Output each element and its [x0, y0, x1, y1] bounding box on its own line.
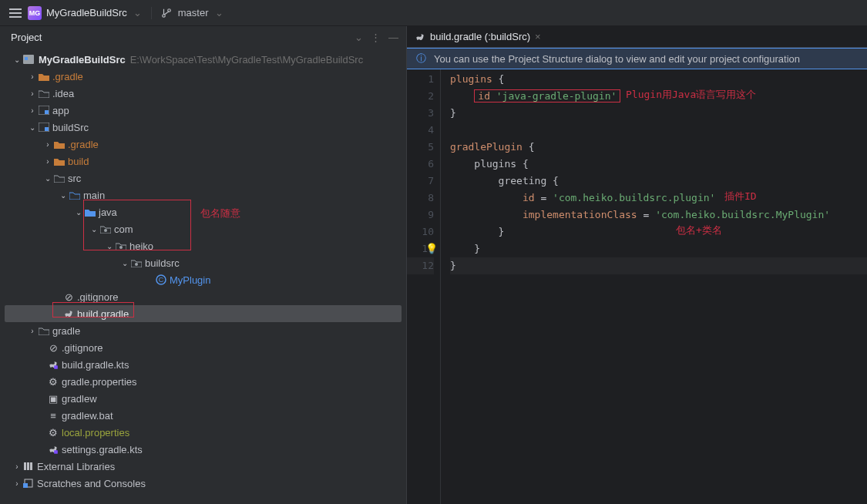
svg-rect-11 [54, 365, 58, 369]
project-badge: MG [28, 6, 42, 20]
tree-item[interactable]: › app [0, 102, 406, 119]
tree-label: src [68, 173, 81, 184]
ignore-icon: ⊘ [46, 342, 60, 354]
tree-item[interactable]: ⌄ heiko [0, 237, 406, 254]
tree-item[interactable]: ⌄ buildsrc [0, 254, 406, 271]
branch-icon [161, 8, 172, 18]
tree-item[interactable]: › ⊘ .gitignore [0, 339, 406, 356]
tree-label: gradlew.bat [62, 410, 113, 422]
hide-icon[interactable]: — [388, 32, 398, 43]
folder-icon [37, 72, 51, 81]
bulb-icon[interactable]: 💡 [425, 240, 438, 257]
main-menu-button[interactable] [9, 8, 22, 18]
tree-label: app [52, 105, 69, 116]
chevron-right-icon[interactable]: › [12, 479, 22, 488]
svg-rect-14 [27, 462, 29, 470]
chevron-down-icon[interactable]: ⌄ [133, 7, 142, 18]
chevron-down-icon[interactable]: ⌄ [59, 191, 68, 200]
tree-item[interactable]: › ≡ gradlew.bat [0, 407, 406, 424]
panel-title: Project [11, 32, 42, 43]
chevron-right-icon[interactable]: › [43, 140, 52, 149]
tree-item[interactable]: › build.gradle.kts [0, 356, 406, 373]
tree-item[interactable]: › Scratches and Consoles [0, 475, 406, 492]
branch-name[interactable]: master [178, 7, 209, 18]
gradle-kts-icon [46, 444, 60, 455]
chevron-right-icon[interactable]: › [12, 462, 22, 471]
tree-item[interactable]: › ▣ gradlew [0, 390, 406, 407]
chevron-right-icon[interactable]: › [43, 157, 52, 166]
banner-text: You can use the Project Structure dialog… [434, 53, 800, 65]
chevron-down-icon[interactable]: ⌄ [355, 32, 363, 43]
chevron-right-icon[interactable]: › [28, 89, 37, 98]
chevron-right-icon[interactable]: › [28, 106, 37, 115]
info-banner[interactable]: ⓘ You can use the Project Structure dial… [407, 48, 867, 69]
chevron-down-icon[interactable]: ⌄ [215, 7, 223, 18]
tree-label: MyPlugin [170, 274, 210, 286]
file-icon: ≡ [46, 410, 60, 422]
tree-label: build [68, 156, 89, 167]
project-icon [22, 55, 35, 64]
chevron-down-icon[interactable]: ⌄ [12, 55, 22, 64]
chevron-right-icon[interactable]: › [28, 72, 37, 81]
chevron-down-icon[interactable]: ⌄ [120, 259, 129, 267]
annotation-box [52, 302, 134, 318]
code-area[interactable]: plugins { id 'java-gradle-plugin' } grad… [441, 69, 867, 504]
tree-label: .idea [52, 88, 74, 99]
tree-root[interactable]: ⌄ MyGradleBuildSrc E:\WorkSpace\Test\MyG… [0, 51, 406, 68]
chevron-right-icon[interactable]: › [28, 327, 37, 335]
tree-path: E:\WorkSpace\Test\MyGradleTest\MyGradleB… [130, 54, 363, 66]
svg-rect-17 [23, 483, 28, 488]
tree-item[interactable]: › settings.gradle.kts [0, 441, 406, 458]
tree-label: .gitignore [77, 291, 118, 303]
tree-item[interactable]: › C MyPlugin [0, 271, 406, 288]
tree-item[interactable]: › .idea [0, 85, 406, 102]
tree-item[interactable]: ⌄ main [0, 186, 406, 203]
tab-label: build.gradle (:buildSrc) [430, 31, 530, 42]
tree-label: .gitignore [62, 342, 102, 354]
tree-item[interactable]: ⌄ com [0, 220, 406, 237]
tree-label: gradle [52, 325, 80, 337]
tree-label: Scratches and Consoles [37, 478, 146, 489]
editor-tab[interactable]: build.gradle (:buildSrc) × [415, 31, 541, 42]
annotation-text: Plugin用Java语言写用这个 [626, 88, 756, 102]
topbar: MG MyGradleBuildSrc ⌄ master ⌄ [0, 0, 867, 26]
folder-icon [37, 89, 51, 98]
tree-label: .gradle [68, 139, 99, 150]
chevron-down-icon[interactable]: ⌄ [28, 123, 37, 132]
terminal-icon: ▣ [46, 393, 60, 405]
chevron-down-icon[interactable]: ⌄ [43, 174, 52, 183]
svg-rect-15 [30, 462, 32, 470]
annotation-text: 包名随意 [200, 207, 240, 220]
tree-item[interactable]: ⌄ buildSrc [0, 119, 406, 136]
tree-label: settings.gradle.kts [62, 444, 143, 455]
project-selector[interactable]: MyGradleBuildSrc [46, 7, 127, 18]
library-icon [22, 462, 35, 471]
gradle-icon [415, 32, 425, 42]
svg-rect-12 [54, 450, 58, 454]
tree-item[interactable]: › .gradle [0, 136, 406, 153]
source-folder-icon [68, 191, 82, 200]
project-tree: ⌄ MyGradleBuildSrc E:\WorkSpace\Test\MyG… [0, 48, 406, 504]
svg-text:C: C [159, 276, 164, 284]
tree-label: local.properties [62, 427, 129, 438]
chevron-down-icon[interactable]: ⌄ [74, 208, 83, 217]
svg-rect-1 [25, 57, 28, 60]
tree-label: build.gradle.kts [62, 359, 129, 371]
tree-item[interactable]: › build [0, 153, 406, 170]
tree-label: gradle.properties [62, 376, 137, 388]
tree-item[interactable]: › .gradle [0, 68, 406, 85]
tree-item[interactable]: › External Libraries [0, 458, 406, 475]
info-icon: ⓘ [416, 52, 426, 66]
scratch-icon [22, 479, 35, 488]
annotation-text: 插件ID [724, 190, 757, 203]
close-icon[interactable]: × [535, 31, 541, 42]
tree-item[interactable]: › ⚙ local.properties [0, 424, 406, 441]
gutter: 1 2 3 4 5 6 7 8 9 10 11 12 [407, 69, 441, 504]
svg-rect-5 [45, 127, 49, 131]
more-icon[interactable]: ⋮ [371, 32, 381, 43]
code-editor[interactable]: 1 2 3 4 5 6 7 8 9 10 11 12 plugins { id … [407, 69, 867, 504]
tree-item[interactable]: › ⚙ gradle.properties [0, 373, 406, 390]
tree-item[interactable]: › gradle [0, 322, 406, 339]
tree-item[interactable]: ⌄ src [0, 170, 406, 186]
tree-label: buildsrc [145, 257, 180, 269]
